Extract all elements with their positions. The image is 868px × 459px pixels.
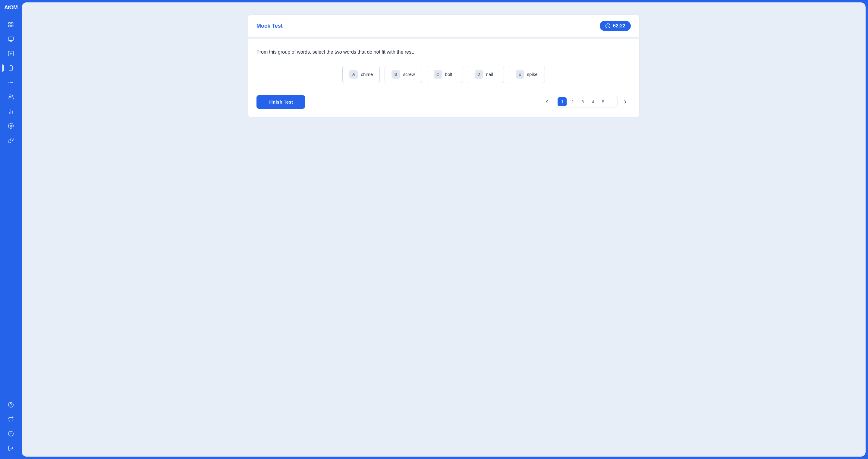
sidebar-item-logout[interactable] bbox=[5, 442, 17, 454]
main-area: Mock Test 62:22 From this group of words… bbox=[22, 2, 866, 457]
question-card: From this group of words, select the two… bbox=[248, 38, 640, 118]
sidebar-item-swap[interactable] bbox=[5, 413, 17, 425]
svg-rect-2 bbox=[9, 25, 10, 27]
arrow-left-icon bbox=[544, 99, 550, 104]
svg-point-23 bbox=[8, 402, 13, 407]
sidebar-item-help[interactable] bbox=[5, 399, 17, 411]
content-wrapper: Mock Test 62:22 From this group of words… bbox=[248, 14, 640, 118]
option-b[interactable]: B screw bbox=[384, 66, 422, 83]
finish-test-button[interactable]: Finish Test bbox=[256, 95, 305, 109]
timer-value: 62:22 bbox=[613, 23, 625, 29]
option-d[interactable]: D nail bbox=[468, 66, 504, 83]
svg-point-18 bbox=[9, 95, 11, 97]
page-3[interactable]: 3 bbox=[578, 97, 587, 106]
page-dots: ··· bbox=[609, 99, 615, 104]
option-a[interactable]: A chime bbox=[342, 66, 380, 83]
sidebar-item-clipboard[interactable] bbox=[5, 62, 17, 74]
page-1[interactable]: 1 bbox=[558, 97, 567, 106]
option-text-d: nail bbox=[486, 72, 493, 77]
sidebar-item-link[interactable] bbox=[5, 134, 17, 146]
logo: AtOM bbox=[4, 5, 18, 10]
test-title: Mock Test bbox=[256, 23, 283, 29]
svg-rect-3 bbox=[11, 25, 13, 27]
svg-rect-0 bbox=[9, 23, 10, 24]
option-letter-a: A bbox=[349, 70, 358, 78]
svg-rect-4 bbox=[8, 37, 13, 41]
page-4[interactable]: 4 bbox=[588, 97, 597, 106]
svg-point-22 bbox=[10, 125, 12, 127]
sidebar-item-users[interactable] bbox=[5, 91, 17, 103]
next-page-button[interactable] bbox=[620, 96, 631, 107]
answer-options: A chime B screw C bolt D nail E sp bbox=[256, 66, 631, 83]
option-letter-e: E bbox=[516, 70, 524, 78]
sidebar-item-monitor[interactable] bbox=[5, 33, 17, 45]
option-letter-b: B bbox=[392, 70, 400, 78]
svg-rect-1 bbox=[11, 23, 13, 24]
option-text-b: screw bbox=[403, 72, 415, 77]
bottom-controls: Finish Test 1 2 3 4 5 ··· bbox=[256, 95, 631, 109]
sidebar-item-play-square[interactable] bbox=[5, 47, 17, 60]
test-header-card: Mock Test 62:22 bbox=[248, 14, 640, 37]
option-c[interactable]: C bolt bbox=[427, 66, 463, 83]
sidebar-item-bar-chart[interactable] bbox=[5, 105, 17, 118]
page-2[interactable]: 2 bbox=[568, 97, 577, 106]
option-text-c: bolt bbox=[445, 72, 453, 77]
option-e[interactable]: E spike bbox=[509, 66, 545, 83]
arrow-right-icon bbox=[623, 99, 628, 104]
sidebar-item-list[interactable] bbox=[5, 76, 17, 89]
prev-page-button[interactable] bbox=[541, 96, 553, 107]
timer-badge: 62:22 bbox=[600, 21, 631, 31]
option-text-a: chime bbox=[361, 72, 373, 77]
page-5[interactable]: 5 bbox=[598, 97, 608, 106]
clock-icon bbox=[605, 23, 611, 29]
option-letter-d: D bbox=[475, 70, 483, 78]
sidebar-item-grid[interactable] bbox=[5, 19, 17, 31]
svg-marker-8 bbox=[10, 53, 12, 55]
page-numbers: 1 2 3 4 5 ··· bbox=[555, 96, 618, 108]
question-text: From this group of words, select the two… bbox=[256, 48, 631, 56]
sidebar-item-info[interactable] bbox=[5, 428, 17, 440]
sidebar: AtOM bbox=[0, 0, 22, 459]
option-text-e: spike bbox=[527, 72, 538, 77]
pagination: 1 2 3 4 5 ··· bbox=[541, 96, 631, 108]
sidebar-item-settings[interactable] bbox=[5, 120, 17, 132]
option-letter-c: C bbox=[434, 70, 442, 78]
